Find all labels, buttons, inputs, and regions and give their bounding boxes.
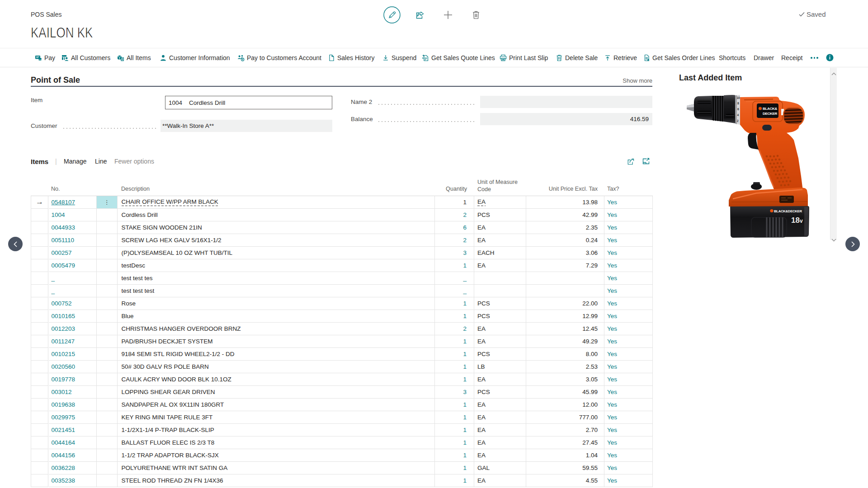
svg-text:BLACK&DECKER: BLACK&DECKER xyxy=(774,209,802,213)
svg-text:6: 6 xyxy=(737,108,739,111)
svg-text:BLACK&: BLACK& xyxy=(763,107,777,111)
svg-text:10: 10 xyxy=(737,96,741,99)
svg-text:2: 2 xyxy=(737,119,739,122)
svg-text:8: 8 xyxy=(737,102,739,105)
svg-text:DECKER: DECKER xyxy=(763,112,778,116)
svg-text:4: 4 xyxy=(737,113,739,117)
